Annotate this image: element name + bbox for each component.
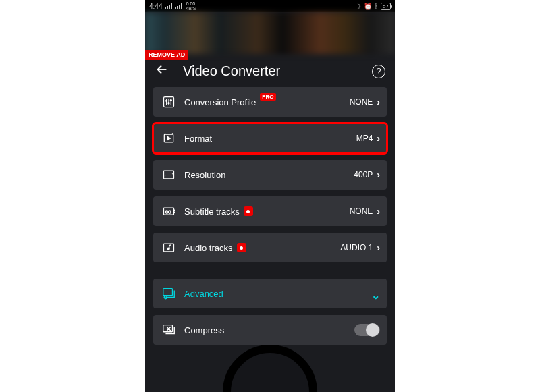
chevron-down-icon: ⌄ <box>371 289 380 302</box>
status-time: 4:44 <box>149 3 162 10</box>
resolution-icon <box>161 167 176 182</box>
bluetooth-icon: ᛒ <box>375 3 378 9</box>
ad-banner-blurred <box>145 12 395 54</box>
chevron-right-icon: › <box>377 169 380 180</box>
notif-dot-icon <box>244 206 253 216</box>
svg-rect-10 <box>163 289 173 296</box>
svg-point-11 <box>164 296 167 298</box>
play-file-icon <box>161 131 176 146</box>
back-button[interactable] <box>155 62 169 80</box>
row-resolution[interactable]: Resolution 400P › <box>153 160 387 190</box>
notif-dot-icon <box>237 243 246 252</box>
row-compress[interactable]: Compress <box>153 315 387 345</box>
row-label: Audio tracks <box>184 243 340 253</box>
cc-icon: CC <box>161 204 176 219</box>
pro-badge: PRO <box>260 93 275 101</box>
battery-icon: 57 <box>381 3 391 10</box>
row-value: AUDIO 1 <box>340 243 373 252</box>
svg-point-3 <box>170 100 171 101</box>
row-label: Advanced <box>184 289 371 299</box>
row-advanced[interactable]: Advanced ⌄ <box>153 279 387 308</box>
row-label: Format <box>184 134 356 144</box>
chevron-right-icon: › <box>377 206 380 217</box>
compress-icon <box>161 323 176 337</box>
moon-icon: ☽ <box>355 3 361 10</box>
row-label: Conversion Profile PRO <box>184 97 350 107</box>
signal-1-icon <box>165 3 172 9</box>
row-value: MP4 <box>356 134 373 143</box>
svg-point-1 <box>166 100 167 101</box>
svg-rect-5 <box>164 171 174 179</box>
svg-text:CC: CC <box>165 210 171 214</box>
svg-point-9 <box>167 248 169 250</box>
alarm-icon: ⏰ <box>364 3 372 10</box>
compress-toggle[interactable] <box>354 324 380 336</box>
chevron-right-icon: › <box>377 133 380 144</box>
row-value: NONE <box>350 97 373 107</box>
remove-ad-badge[interactable]: REMOVE AD <box>145 50 188 60</box>
advanced-icon <box>161 286 176 301</box>
svg-point-2 <box>168 103 169 104</box>
row-conversion-profile[interactable]: Conversion Profile PRO NONE › <box>153 87 387 117</box>
status-bar: 4:44 0.00 KB/S ☽ ⏰ ᛒ 57 <box>145 0 395 12</box>
row-value: 400P <box>354 170 373 179</box>
row-subtitle-tracks[interactable]: CC Subtitle tracks NONE › <box>153 196 387 226</box>
chevron-right-icon: › <box>377 96 380 107</box>
phone-frame: 4:44 0.00 KB/S ☽ ⏰ ᛒ 57 REMOVE AD Video … <box>145 0 395 392</box>
page-title: Video Converter <box>183 63 362 79</box>
signal-2-icon <box>175 3 182 9</box>
row-label: Resolution <box>184 170 354 180</box>
row-value: NONE <box>350 206 373 216</box>
row-label: Subtitle tracks <box>184 206 350 217</box>
row-format[interactable]: Format MP4 › <box>153 123 387 153</box>
music-icon <box>161 240 176 255</box>
chevron-right-icon: › <box>377 242 380 253</box>
data-speed-icon: 0.00 KB/S <box>185 1 196 11</box>
row-label: Compress <box>184 325 354 335</box>
sliders-icon <box>161 94 176 109</box>
row-audio-tracks[interactable]: Audio tracks AUDIO 1 › <box>153 233 387 262</box>
convert-dial-button[interactable] <box>223 345 317 392</box>
help-button[interactable]: ? <box>372 65 385 78</box>
